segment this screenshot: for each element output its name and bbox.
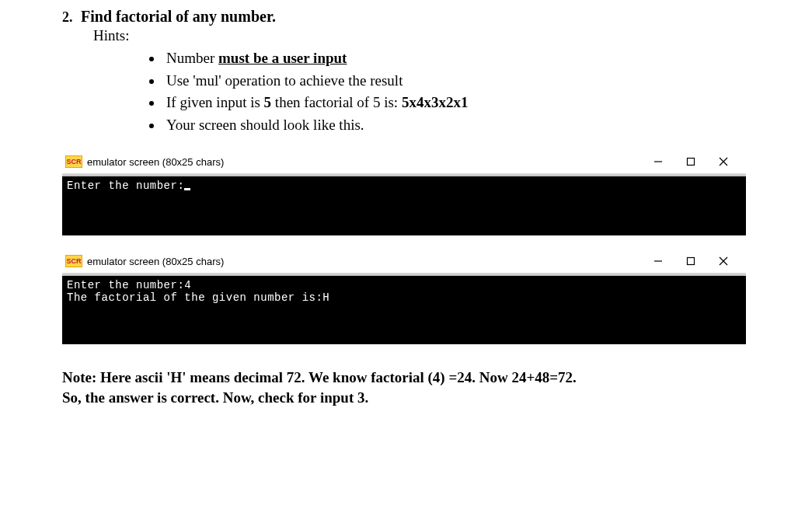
hint-text: Number	[166, 50, 218, 66]
note-block: Note: Here ascii 'H' means decimal 72. W…	[62, 368, 761, 407]
hint-text: If given input is	[166, 94, 264, 110]
hint-text: then factorial of 5 is:	[271, 94, 402, 110]
hint-item: Use 'mul' operation to achieve the resul…	[163, 70, 761, 92]
hint-item: Number must be a user input	[163, 47, 761, 70]
emulator-app-icon: SCR	[65, 255, 82, 267]
hint-bold: 5x4x3x2x1	[402, 94, 469, 110]
emulator-title: emulator screen (80x25 chars)	[87, 256, 224, 267]
emulator-body: Enter the number:4 The factorial of the …	[62, 276, 746, 344]
hint-item: If given input is 5 then factorial of 5 …	[163, 92, 761, 114]
terminal-line: The factorial of the given number is:H	[67, 291, 329, 304]
hint-bold: 5	[264, 94, 272, 110]
maximize-icon[interactable]	[685, 256, 696, 267]
window-controls	[653, 256, 746, 267]
emulator-titlebar: SCR emulator screen (80x25 chars)	[62, 150, 746, 173]
emulator-app-icon: SCR	[65, 155, 82, 168]
document-content: 2. Find factorial of any number. Hints: …	[62, 8, 761, 408]
hint-emphasis: must be a user input	[218, 50, 347, 66]
close-icon[interactable]	[718, 156, 729, 167]
close-icon[interactable]	[718, 256, 729, 267]
emulator-title: emulator screen (80x25 chars)	[87, 156, 224, 168]
note-line: Note: Here ascii 'H' means decimal 72. W…	[62, 368, 761, 388]
svg-rect-5	[688, 258, 695, 265]
terminal-line: Enter the number:	[67, 180, 184, 192]
note-line: So, the answer is correct. Now, check fo…	[62, 388, 761, 408]
question-heading: 2. Find factorial of any number.	[62, 8, 761, 26]
window-controls	[653, 156, 746, 167]
hint-text: Your screen should look like this.	[166, 117, 364, 133]
emulator-window: SCR emulator screen (80x25 chars) Enter …	[62, 150, 746, 235]
terminal-cursor	[184, 188, 190, 190]
hints-label: Hints:	[93, 27, 761, 44]
question-number: 2.	[62, 9, 73, 26]
terminal-line: Enter the number:4	[67, 279, 191, 291]
hints-list: Number must be a user input Use 'mul' op…	[163, 47, 761, 136]
hint-text: Use 'mul' operation to achieve the resul…	[166, 72, 403, 89]
emulator-titlebar: SCR emulator screen (80x25 chars)	[62, 249, 746, 273]
minimize-icon[interactable]	[653, 156, 664, 167]
emulator-window: SCR emulator screen (80x25 chars) Enter …	[62, 249, 746, 344]
minimize-icon[interactable]	[653, 256, 664, 267]
maximize-icon[interactable]	[685, 156, 696, 167]
svg-rect-1	[688, 159, 695, 166]
hint-item: Your screen should look like this.	[163, 114, 761, 137]
question-title: Find factorial of any number.	[81, 8, 276, 25]
emulator-body: Enter the number:	[62, 176, 746, 235]
